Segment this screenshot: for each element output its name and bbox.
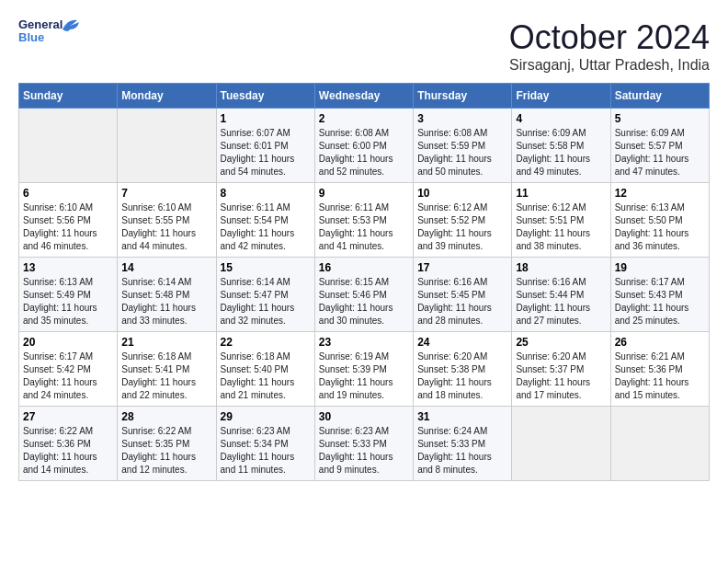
calendar-cell: 19Sunrise: 6:17 AMSunset: 5:43 PMDayligh…	[610, 258, 709, 332]
calendar-cell: 16Sunrise: 6:15 AMSunset: 5:46 PMDayligh…	[314, 258, 413, 332]
calendar-cell: 6Sunrise: 6:10 AMSunset: 5:56 PMDaylight…	[19, 183, 118, 258]
logo-bird-icon	[61, 17, 81, 35]
page-header: General Blue October 2024 Sirsaganj, Utt…	[18, 18, 710, 74]
column-header-wednesday: Wednesday	[314, 84, 413, 109]
day-info: Sunrise: 6:12 AMSunset: 5:51 PMDaylight:…	[516, 201, 606, 253]
calendar-cell: 8Sunrise: 6:11 AMSunset: 5:54 PMDaylight…	[216, 183, 314, 258]
day-number: 26	[615, 336, 705, 349]
day-number: 9	[319, 187, 409, 200]
calendar-cell: 29Sunrise: 6:23 AMSunset: 5:34 PMDayligh…	[216, 407, 314, 481]
calendar-cell: 23Sunrise: 6:19 AMSunset: 5:39 PMDayligh…	[314, 332, 413, 407]
day-number: 24	[417, 336, 507, 349]
calendar-cell: 28Sunrise: 6:22 AMSunset: 5:35 PMDayligh…	[118, 407, 216, 481]
day-number: 10	[417, 187, 507, 200]
calendar-cell: 24Sunrise: 6:20 AMSunset: 5:38 PMDayligh…	[414, 332, 512, 407]
calendar-header-row: SundayMondayTuesdayWednesdayThursdayFrid…	[19, 84, 710, 109]
column-header-saturday: Saturday	[610, 84, 709, 109]
calendar-cell: 18Sunrise: 6:16 AMSunset: 5:44 PMDayligh…	[512, 258, 610, 332]
day-number: 30	[319, 410, 409, 423]
day-info: Sunrise: 6:17 AMSunset: 5:43 PMDaylight:…	[615, 276, 705, 327]
day-info: Sunrise: 6:23 AMSunset: 5:33 PMDaylight:…	[319, 425, 409, 477]
day-number: 1	[221, 112, 311, 125]
day-info: Sunrise: 6:20 AMSunset: 5:37 PMDaylight:…	[516, 350, 606, 402]
day-info: Sunrise: 6:09 AMSunset: 5:57 PMDaylight:…	[615, 127, 705, 178]
day-info: Sunrise: 6:08 AMSunset: 5:59 PMDaylight:…	[417, 127, 507, 178]
day-number: 8	[221, 187, 311, 200]
week-row-5: 27Sunrise: 6:22 AMSunset: 5:36 PMDayligh…	[19, 407, 710, 481]
calendar-cell	[19, 109, 118, 183]
logo-general: General	[18, 17, 63, 31]
day-number: 15	[221, 261, 311, 274]
day-number: 13	[23, 261, 113, 274]
calendar-cell: 2Sunrise: 6:08 AMSunset: 6:00 PMDaylight…	[314, 109, 413, 183]
day-number: 22	[221, 336, 311, 349]
day-info: Sunrise: 6:13 AMSunset: 5:50 PMDaylight:…	[615, 201, 705, 253]
column-header-sunday: Sunday	[19, 84, 118, 109]
calendar-cell: 14Sunrise: 6:14 AMSunset: 5:48 PMDayligh…	[118, 258, 216, 332]
day-number: 16	[319, 261, 409, 274]
calendar-cell: 4Sunrise: 6:09 AMSunset: 5:58 PMDaylight…	[512, 109, 610, 183]
calendar-cell: 5Sunrise: 6:09 AMSunset: 5:57 PMDaylight…	[610, 109, 709, 183]
day-info: Sunrise: 6:10 AMSunset: 5:56 PMDaylight:…	[23, 201, 113, 253]
day-info: Sunrise: 6:08 AMSunset: 6:00 PMDaylight:…	[319, 127, 409, 178]
day-number: 28	[121, 410, 211, 423]
calendar-cell: 22Sunrise: 6:18 AMSunset: 5:40 PMDayligh…	[216, 332, 314, 407]
day-number: 29	[221, 410, 311, 423]
day-number: 27	[23, 410, 113, 423]
day-info: Sunrise: 6:19 AMSunset: 5:39 PMDaylight:…	[319, 350, 409, 402]
calendar-cell: 25Sunrise: 6:20 AMSunset: 5:37 PMDayligh…	[512, 332, 610, 407]
column-header-monday: Monday	[118, 84, 216, 109]
calendar-cell: 13Sunrise: 6:13 AMSunset: 5:49 PMDayligh…	[19, 258, 118, 332]
day-info: Sunrise: 6:18 AMSunset: 5:41 PMDaylight:…	[121, 350, 211, 402]
calendar-table: SundayMondayTuesdayWednesdayThursdayFrid…	[18, 83, 710, 481]
day-number: 25	[516, 336, 606, 349]
day-number: 14	[121, 261, 211, 274]
column-header-thursday: Thursday	[414, 84, 512, 109]
day-info: Sunrise: 6:11 AMSunset: 5:54 PMDaylight:…	[221, 201, 311, 253]
day-info: Sunrise: 6:14 AMSunset: 5:48 PMDaylight:…	[121, 276, 211, 327]
day-info: Sunrise: 6:13 AMSunset: 5:49 PMDaylight:…	[23, 276, 113, 327]
calendar-cell: 17Sunrise: 6:16 AMSunset: 5:45 PMDayligh…	[414, 258, 512, 332]
day-info: Sunrise: 6:11 AMSunset: 5:53 PMDaylight:…	[319, 201, 409, 253]
day-number: 19	[615, 261, 705, 274]
day-info: Sunrise: 6:21 AMSunset: 5:36 PMDaylight:…	[615, 350, 705, 402]
day-number: 6	[23, 187, 113, 200]
day-info: Sunrise: 6:17 AMSunset: 5:42 PMDaylight:…	[23, 350, 113, 402]
calendar-cell	[118, 109, 216, 183]
calendar-body: 1Sunrise: 6:07 AMSunset: 6:01 PMDaylight…	[19, 109, 710, 481]
day-number: 5	[615, 112, 705, 125]
calendar-cell: 9Sunrise: 6:11 AMSunset: 5:53 PMDaylight…	[314, 183, 413, 258]
day-number: 12	[615, 187, 705, 200]
day-number: 11	[516, 187, 606, 200]
calendar-cell: 12Sunrise: 6:13 AMSunset: 5:50 PMDayligh…	[610, 183, 709, 258]
month-title: October 2024	[509, 18, 710, 57]
day-number: 2	[319, 112, 409, 125]
calendar-cell: 10Sunrise: 6:12 AMSunset: 5:52 PMDayligh…	[414, 183, 512, 258]
calendar-cell: 26Sunrise: 6:21 AMSunset: 5:36 PMDayligh…	[610, 332, 709, 407]
column-header-tuesday: Tuesday	[216, 84, 314, 109]
day-number: 20	[23, 336, 113, 349]
logo-blue: Blue	[18, 30, 44, 44]
day-number: 4	[516, 112, 606, 125]
day-info: Sunrise: 6:18 AMSunset: 5:40 PMDaylight:…	[221, 350, 311, 402]
location: Sirsaganj, Uttar Pradesh, India	[509, 57, 710, 74]
calendar-cell	[610, 407, 709, 481]
logo: General Blue	[18, 18, 64, 55]
week-row-2: 6Sunrise: 6:10 AMSunset: 5:56 PMDaylight…	[19, 183, 710, 258]
calendar-cell: 3Sunrise: 6:08 AMSunset: 5:59 PMDaylight…	[414, 109, 512, 183]
day-info: Sunrise: 6:15 AMSunset: 5:46 PMDaylight:…	[319, 276, 409, 327]
day-info: Sunrise: 6:22 AMSunset: 5:35 PMDaylight:…	[121, 425, 211, 477]
day-number: 18	[516, 261, 606, 274]
week-row-4: 20Sunrise: 6:17 AMSunset: 5:42 PMDayligh…	[19, 332, 710, 407]
day-info: Sunrise: 6:07 AMSunset: 6:01 PMDaylight:…	[221, 127, 311, 178]
day-info: Sunrise: 6:09 AMSunset: 5:58 PMDaylight:…	[516, 127, 606, 178]
calendar-cell: 21Sunrise: 6:18 AMSunset: 5:41 PMDayligh…	[118, 332, 216, 407]
column-header-friday: Friday	[512, 84, 610, 109]
day-info: Sunrise: 6:22 AMSunset: 5:36 PMDaylight:…	[23, 425, 113, 477]
title-block: October 2024 Sirsaganj, Uttar Pradesh, I…	[509, 18, 710, 74]
calendar-cell: 11Sunrise: 6:12 AMSunset: 5:51 PMDayligh…	[512, 183, 610, 258]
day-info: Sunrise: 6:10 AMSunset: 5:55 PMDaylight:…	[121, 201, 211, 253]
day-number: 7	[121, 187, 211, 200]
day-number: 31	[417, 410, 507, 423]
day-number: 17	[417, 261, 507, 274]
